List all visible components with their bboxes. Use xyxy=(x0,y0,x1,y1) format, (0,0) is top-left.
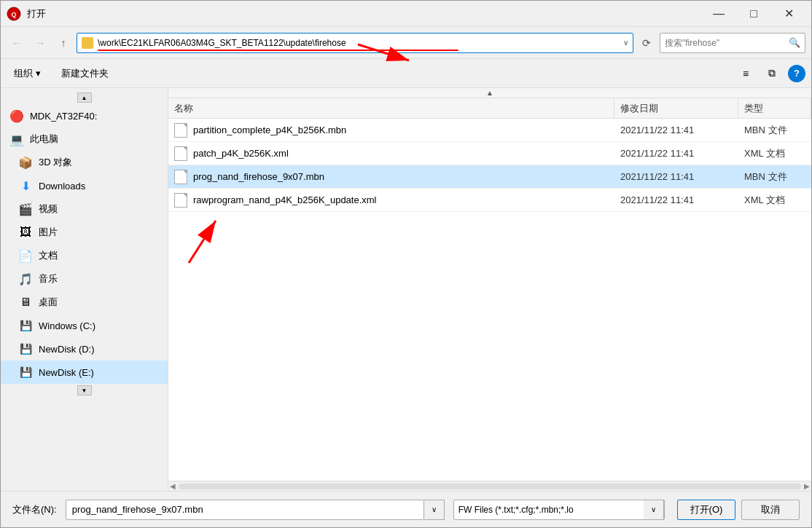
sidebar-label-documents: 文档 xyxy=(39,249,162,262)
file-date: 2021/11/22 11:41 xyxy=(614,148,738,159)
up-button[interactable]: ↑ xyxy=(53,33,74,53)
this-pc-icon: 💻 xyxy=(9,132,24,146)
horizontal-scrollbar[interactable]: ◀ ▶ xyxy=(168,481,811,491)
sidebar-label-pictures: 图片 xyxy=(39,226,162,239)
table-row[interactable]: patch_p4K_b256K.xml 2021/11/22 11:41 XML… xyxy=(168,142,811,165)
sidebar-label-music: 音乐 xyxy=(39,272,162,285)
documents-icon: 📄 xyxy=(18,248,33,263)
organize-button[interactable]: 组织 ▾ xyxy=(7,63,48,84)
filename-label: 文件名(N): xyxy=(12,503,57,516)
file-type: XML 文档 xyxy=(738,194,811,207)
sidebar-scroll-up[interactable]: ▲ xyxy=(77,92,92,103)
address-folder-icon xyxy=(82,37,93,49)
sidebar-label-desktop: 桌面 xyxy=(39,296,162,309)
navigation-toolbar: ← → ↑ \work\EC21KLFAR06A03M4G_SKT_BETA11… xyxy=(1,27,811,59)
column-header-type[interactable]: 类型 xyxy=(738,98,811,118)
address-bar[interactable]: \work\EC21KLFAR06A03M4G_SKT_BETA1122\upd… xyxy=(77,33,633,53)
window-title: 打开 xyxy=(27,7,702,20)
sidebar-label-newdisk-e: NewDisk (E:) xyxy=(39,367,162,378)
downloads-icon: ⬇ xyxy=(18,178,33,193)
file-type: MBN 文件 xyxy=(738,124,811,137)
file-list-header: 名称 修改日期 类型 xyxy=(168,98,811,119)
videos-icon: 🎬 xyxy=(18,202,33,216)
music-icon: 🎵 xyxy=(18,272,33,286)
back-button[interactable]: ← xyxy=(7,33,27,53)
sidebar-item-pictures[interactable]: 🖼 图片 xyxy=(1,221,168,244)
column-header-date[interactable]: 修改日期 xyxy=(614,98,738,118)
svg-text:Q: Q xyxy=(11,11,16,18)
file-type: MBN 文件 xyxy=(738,170,811,184)
file-icon xyxy=(174,170,187,184)
close-button[interactable]: ✕ xyxy=(772,3,805,25)
sidebar-label-this-pc: 此电脑 xyxy=(30,133,162,146)
sidebar-item-newdisk-e[interactable]: 💾 NewDisk (E:) xyxy=(1,360,168,384)
sidebar-item-mdk[interactable]: 🔴 MDK_AT32F40: xyxy=(1,104,168,127)
view-list-button[interactable]: ≡ xyxy=(735,63,756,84)
sidebar-item-downloads[interactable]: ⬇ Downloads xyxy=(1,174,168,197)
newdisk-d-icon: 💾 xyxy=(18,342,33,356)
sidebar-item-documents[interactable]: 📄 文档 xyxy=(1,244,168,267)
search-input[interactable] xyxy=(665,38,786,48)
sidebar-item-videos[interactable]: 🎬 视频 xyxy=(1,197,168,221)
file-area: ▲ 名称 修改日期 类型 partition_complete_p4K_b256… xyxy=(168,88,811,491)
sidebar-label-downloads: Downloads xyxy=(39,181,162,192)
file-type: XML 文档 xyxy=(738,147,811,160)
address-underline-annotation xyxy=(98,50,458,51)
main-content: ▲ 🔴 MDK_AT32F40: 💻 此电脑 📦 3D 对象 ⬇ Downloa… xyxy=(1,88,811,491)
open-button[interactable]: 打开(O) xyxy=(677,500,735,520)
forward-button[interactable]: → xyxy=(30,33,50,53)
filename-input[interactable] xyxy=(66,500,424,520)
table-row[interactable]: prog_nand_firehose_9x07.mbn 2021/11/22 1… xyxy=(168,165,811,189)
scrollbar-track xyxy=(179,484,801,489)
app-icon: Q xyxy=(7,7,21,21)
table-row[interactable]: rawprogram_nand_p4K_b256K_update.xml 202… xyxy=(168,189,811,212)
filetype-select-text: FW Files (*.txt;*.cfg;*.mbn;*.lo xyxy=(454,505,644,515)
file-date: 2021/11/22 11:41 xyxy=(614,171,738,182)
cancel-button[interactable]: 取消 xyxy=(741,500,800,520)
sidebar-label-mdk: MDK_AT32F40: xyxy=(30,111,162,122)
address-text: \work\EC21KLFAR06A03M4G_SKT_BETA1122\upd… xyxy=(98,38,619,48)
file-icon xyxy=(174,123,187,138)
filetype-selector[interactable]: FW Files (*.txt;*.cfg;*.mbn;*.lo ∨ xyxy=(453,500,665,520)
dialog-window: Q 打开 — □ ✕ ← → ↑ \work\EC21KLFAR06A03M4G… xyxy=(0,0,812,528)
file-date: 2021/11/22 11:41 xyxy=(614,125,738,135)
sidebar-item-music[interactable]: 🎵 音乐 xyxy=(1,267,168,291)
file-icon xyxy=(174,193,187,208)
filetype-dropdown-button[interactable]: ∨ xyxy=(644,500,664,520)
file-name: patch_p4K_b256K.xml xyxy=(193,148,289,159)
new-folder-button[interactable]: 新建文件夹 xyxy=(54,63,116,84)
action-buttons: 打开(O) 取消 xyxy=(677,500,800,520)
mdk-icon: 🔴 xyxy=(9,109,24,123)
sidebar: ▲ 🔴 MDK_AT32F40: 💻 此电脑 📦 3D 对象 ⬇ Downloa… xyxy=(1,88,168,491)
sidebar-item-desktop[interactable]: 🖥 桌面 xyxy=(1,291,168,314)
sidebar-item-windows-c[interactable]: 💾 Windows (C:) xyxy=(1,314,168,337)
newdisk-e-icon: 💾 xyxy=(18,365,33,379)
desktop-icon: 🖥 xyxy=(18,295,33,310)
sidebar-label-newdisk-d: NewDisk (D:) xyxy=(39,344,162,355)
table-row[interactable]: partition_complete_p4K_b256K.mbn 2021/11… xyxy=(168,119,811,142)
file-name: rawprogram_nand_p4K_b256K_update.xml xyxy=(193,194,377,205)
sidebar-item-3d[interactable]: 📦 3D 对象 xyxy=(1,151,168,174)
address-dropdown-icon[interactable]: ∨ xyxy=(623,39,628,47)
sidebar-label-windows-c: Windows (C:) xyxy=(39,320,162,331)
sidebar-item-this-pc[interactable]: 💻 此电脑 xyxy=(1,127,168,151)
help-button[interactable]: ? xyxy=(788,65,805,82)
file-list: partition_complete_p4K_b256K.mbn 2021/11… xyxy=(168,119,811,481)
file-icon xyxy=(174,146,187,161)
minimize-button[interactable]: — xyxy=(702,3,735,25)
view-tiles-button[interactable]: ⧉ xyxy=(762,63,782,84)
sidebar-label-videos: 视频 xyxy=(39,202,162,216)
refresh-button[interactable]: ⟳ xyxy=(636,33,657,53)
sidebar-scroll-down[interactable]: ▼ xyxy=(77,385,92,395)
column-header-name[interactable]: 名称 xyxy=(168,98,614,118)
3d-icon: 📦 xyxy=(18,155,33,170)
sidebar-item-newdisk-d[interactable]: 💾 NewDisk (D:) xyxy=(1,337,168,360)
search-icon: 🔍 xyxy=(789,37,800,48)
pictures-icon: 🖼 xyxy=(18,225,33,240)
search-bar[interactable]: 🔍 xyxy=(660,33,805,53)
filename-input-wrap: ∨ xyxy=(66,500,445,520)
collapse-arrow[interactable]: ▲ xyxy=(168,88,811,98)
maximize-button[interactable]: □ xyxy=(737,3,770,25)
filename-dropdown-button[interactable]: ∨ xyxy=(424,500,445,520)
action-toolbar: 组织 ▾ 新建文件夹 ≡ ⧉ ? xyxy=(1,59,811,88)
